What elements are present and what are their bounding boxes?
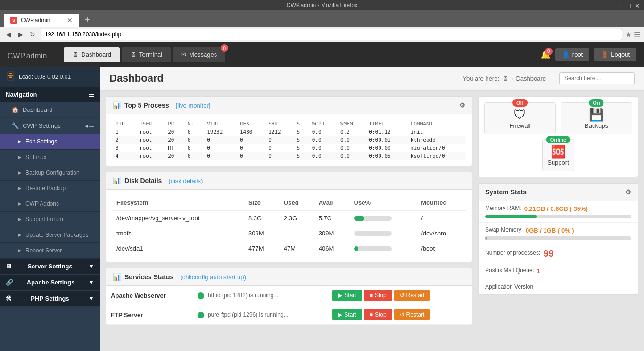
support-widget[interactable]: Online 🆘 Support — [542, 139, 574, 171]
firewall-badge: Off — [512, 99, 528, 107]
disk-col-used: Used — [279, 195, 314, 210]
processes-card-body: PID USER PR NI VIRT RES SHR S %CPU — [106, 114, 472, 166]
autostart-link[interactable]: (chkconfig auto start up) — [180, 274, 246, 281]
tab-dashboard[interactable]: 🖥 Dashboard — [64, 47, 120, 62]
user-menu-button[interactable]: 👤 root — [555, 48, 589, 61]
live-monitor-link[interactable]: [live monitor] — [176, 102, 211, 109]
services-card-header: 📊 Services Status (chkconfig auto start … — [106, 268, 472, 286]
table-row: 3rootRT0000S0.00.00:00.00migration/0 — [112, 144, 466, 152]
section-arrow-icon: ▼ — [88, 263, 94, 270]
browser-tab-active[interactable]: S CWP.admin ✕ — [4, 14, 79, 27]
ftp-stop-button[interactable]: ■ Stop — [364, 309, 392, 320]
address-bar[interactable] — [41, 29, 622, 40]
services-card: 📊 Services Status (chkconfig auto start … — [106, 268, 472, 325]
system-stats-settings-icon[interactable]: ⚙ — [625, 188, 631, 196]
status-dot-ftp — [198, 312, 204, 318]
arrow-icon-6: ► — [17, 216, 23, 223]
processes-count-row: Number of processes: 99 — [479, 244, 638, 263]
backups-widget[interactable]: On 💾 Backups — [561, 102, 632, 134]
sidebar-item-dashboard[interactable]: 🏠 Dashboard — [0, 102, 100, 118]
php-settings-label: PHP Settings — [31, 295, 69, 302]
disk-card-body: Filesystem Size Used Avail Use% Mounted — [106, 190, 472, 262]
sidebar-dashboard-label: Dashboard — [23, 106, 53, 113]
reload-button[interactable]: ↻ — [27, 30, 38, 39]
processes-settings-icon[interactable]: ⚙ — [459, 101, 465, 109]
table-row: 2root200000S0.00.00:00.01kthreadd — [112, 136, 466, 144]
tab-messages[interactable]: ✉ Messages 0 — [173, 47, 225, 62]
home-icon: 🏠 — [11, 106, 19, 113]
widget-grid: Off 🛡 Firewall On 💾 Backups Online — [479, 97, 638, 177]
disk-col-usepct: Use% — [349, 195, 417, 210]
sidebar-section-apache-settings[interactable]: 🔗 Apache Settings ▼ — [0, 275, 100, 291]
logout-label: Logout — [611, 51, 630, 58]
search-input[interactable] — [559, 72, 635, 84]
logout-button[interactable]: 🚪 Logout — [594, 48, 636, 61]
notifications-badge: 0 — [545, 48, 553, 55]
sidebar-item-restore-backup[interactable]: ► Restore Backup — [0, 181, 100, 196]
notifications-button[interactable]: 🔔 0 — [540, 50, 551, 60]
breadcrumb-you-are-here: You are here: — [462, 75, 499, 82]
content-grid: 📊 Top 5 Process [live monitor] ⚙ PID USE — [100, 91, 644, 331]
service-name-apache: Apache Webserver — [106, 286, 193, 305]
apache-restart-button[interactable]: ↺ Restart — [394, 290, 430, 301]
postfix-value: 1 — [537, 267, 540, 275]
tab-favicon: S — [10, 17, 17, 24]
backups-badge: On — [589, 99, 603, 107]
chart-icon: 📊 — [113, 101, 121, 109]
disk-details-link[interactable]: (disk details) — [168, 177, 203, 184]
browser-titlebar: CWP.admin - Mozilla Firefox ─ □ ✕ — [0, 0, 644, 10]
sidebar-item-cwpsettings[interactable]: 🔧 CWP Settings ◄— — [0, 118, 100, 134]
restore-backup-label: Restore Backup — [25, 185, 66, 192]
col-pid: PID — [112, 120, 136, 128]
sidebar-section-server-settings[interactable]: 🖥 Server Settings ▼ — [0, 259, 100, 275]
sidebar-item-editsettings[interactable]: ► Edit Settings — [0, 134, 100, 150]
sidebar-section-php-settings[interactable]: 🛠 PHP Settings ▼ — [0, 291, 100, 307]
breadcrumb: You are here: 🖥 › Dashboard — [462, 75, 546, 82]
sidebar-item-cwpaddons[interactable]: ► CWP Addons — [0, 196, 100, 212]
disk-table-header: Filesystem Size Used Avail Use% Mounted — [112, 195, 466, 210]
tab-terminal[interactable]: 🖥 Terminal — [122, 47, 171, 62]
close-btn[interactable]: ✕ — [635, 2, 640, 9]
backups-icon: 💾 — [589, 108, 604, 122]
server-load-info: 🗄 Load: 0.08 0.02 0.01 — [0, 67, 100, 87]
tab-label: CWP.admin — [21, 17, 50, 24]
apache-stop-button[interactable]: ■ Stop — [364, 290, 392, 301]
system-stats-title: System Stats — [485, 188, 527, 196]
disk-progress — [354, 216, 392, 221]
disk-col-mounted: Mounted — [416, 195, 466, 210]
list-item: FTP Server pure-ftpd (pid 1296) is runni… — [106, 305, 472, 325]
widgets-card: Off 🛡 Firewall On 💾 Backups Online — [478, 96, 638, 177]
ftp-restart-button[interactable]: ↺ Restart — [394, 309, 430, 320]
col-user: USER — [136, 120, 164, 128]
backup-config-label: Backup Configuration — [25, 169, 80, 176]
tab-close-button[interactable]: ✕ — [67, 17, 73, 24]
menu-icon[interactable]: ☰ — [634, 30, 640, 39]
new-tab-button[interactable]: + — [81, 13, 94, 27]
collapse-icon[interactable]: ☰ — [88, 91, 94, 98]
maximize-btn[interactable]: □ — [627, 2, 631, 9]
sidebar-item-selinux[interactable]: ► SELinux — [0, 150, 100, 165]
minimize-btn[interactable]: ─ — [619, 2, 623, 9]
browser-window: CWP.admin - Mozilla Firefox ─ □ ✕ S CWP.… — [0, 0, 644, 42]
sidebar-item-update-server[interactable]: ► Update Server Packages — [0, 227, 100, 243]
bookmark-icon[interactable]: ★ — [625, 30, 632, 39]
apache-start-button[interactable]: ▶ Start — [332, 290, 362, 301]
forward-button[interactable]: ▶ — [16, 30, 25, 39]
logo-main: CWP — [8, 52, 24, 60]
ftp-start-button[interactable]: ▶ Start — [332, 309, 362, 320]
postfix-row: Postfix Mail Queue: 1 — [479, 263, 638, 279]
breadcrumb-home-icon: 🖥 — [502, 75, 508, 82]
services-card-body: Apache Webserver httpd (pid 1282) is run… — [106, 286, 472, 325]
back-button[interactable]: ◀ — [4, 30, 14, 39]
backups-label: Backups — [585, 122, 608, 129]
update-server-label: Update Server Packages — [25, 232, 88, 238]
firewall-widget[interactable]: Off 🛡 Firewall — [484, 102, 556, 134]
sidebar-item-backup-config[interactable]: ► Backup Configuration — [0, 165, 100, 181]
sidebar-item-reboot[interactable]: ► Reboot Server — [0, 243, 100, 259]
terminal-tab-icon: 🖥 — [130, 51, 136, 58]
navigation-section-header: Navigation ☰ — [0, 87, 100, 102]
sidebar-cwpsettings-label: CWP Settings — [23, 122, 61, 129]
disk-chart-icon: 📊 — [113, 177, 121, 184]
sidebar-item-support-forum[interactable]: ► Support Forum — [0, 212, 100, 227]
table-row: /dev/mapper/vg_server-lv_root 8.3G 2.3G … — [112, 210, 466, 226]
